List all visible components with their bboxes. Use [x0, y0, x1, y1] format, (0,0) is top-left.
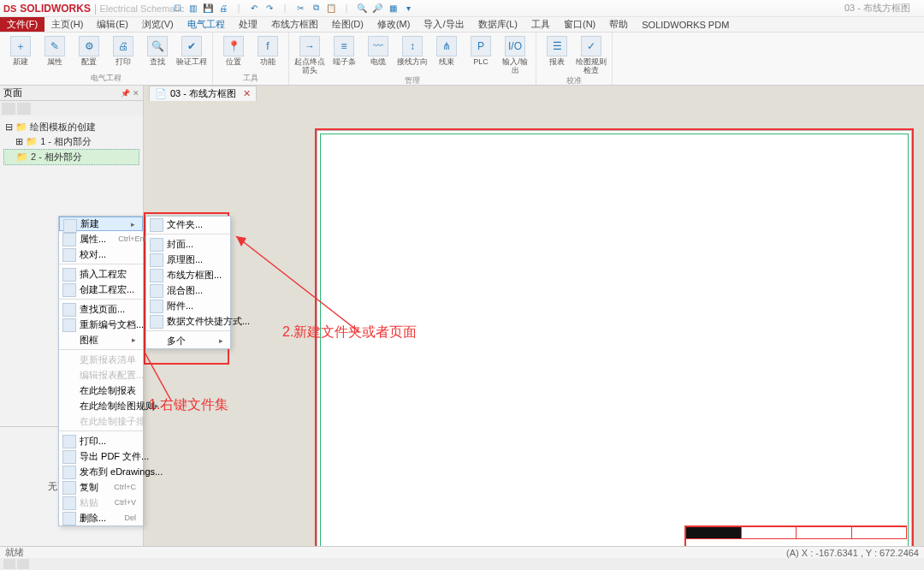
left-tab-2[interactable] [17, 103, 31, 115]
context-menu-item[interactable]: 删除...Del [59, 510, 143, 525]
ribbon-button-icon: ↕ [402, 36, 423, 56]
qat-more-icon[interactable]: ▾ [402, 2, 414, 14]
document-tree[interactable]: ⊟ 📁 绘图模板的创建 ⊞ 📁 1 - 相内部分 📁 2 - 相外部分 [0, 116, 143, 169]
menu-item[interactable]: 导入/导出 [417, 17, 471, 32]
pin-icon[interactable]: 📌 ✕ [121, 89, 139, 98]
menu-item[interactable]: 数据库(L) [471, 17, 524, 32]
context-menu-item[interactable]: 打印... [59, 433, 143, 448]
ribbon-button[interactable]: ✓绘图规则检查 [576, 34, 607, 75]
context-menu-item[interactable]: 创建工程宏... [59, 282, 143, 297]
context-menu-item[interactable]: 重新编号文档... [59, 317, 143, 332]
menu-item[interactable]: 布线方框图 [264, 17, 325, 32]
status-bar: 就绪 (A) X : -167.6341 , Y : 672.2464 [0, 546, 924, 558]
context-menu-item[interactable]: 复制Ctrl+C [59, 479, 143, 495]
qat-search-icon[interactable]: 🔍 [356, 2, 368, 14]
file-menu-button[interactable]: 文件(F) [0, 17, 44, 32]
ribbon-button[interactable]: 〰电缆 [363, 34, 394, 67]
menu-item[interactable]: 绘图(D) [325, 17, 370, 32]
document-tab[interactable]: 📄 03 - 布线方框图 ✕ [149, 86, 257, 101]
context-menu-item[interactable]: 发布到 eDrawings... [59, 464, 143, 479]
context-menu-item[interactable]: 布线方框图... [146, 267, 230, 282]
qat-undo-icon[interactable]: ↶ [248, 2, 260, 14]
ribbon-button[interactable]: 🔍查找 [142, 34, 173, 67]
qat-open-icon[interactable]: ▥ [187, 2, 198, 14]
ribbon-button[interactable]: 📍位置 [218, 34, 249, 67]
qat-redo-icon[interactable]: ↷ [264, 2, 275, 14]
context-menu-item[interactable]: 混合图... [146, 282, 230, 298]
context-menu-item[interactable]: 校对... [59, 246, 143, 262]
ribbon-button[interactable]: ✔验证工程 [176, 34, 207, 67]
qat-zoom-icon[interactable]: 🔎 [371, 2, 383, 14]
context-menu-item[interactable]: 查找页面... [59, 301, 143, 317]
menu-item[interactable]: 工具 [524, 17, 557, 32]
context-menu-item[interactable]: 原理图... [146, 252, 230, 267]
ds-logo-icon: DS [3, 3, 16, 14]
menu-item[interactable]: SOLIDWORKS PDM [635, 17, 736, 32]
ribbon-button[interactable]: ⚙配置 [74, 34, 104, 67]
qat-new-icon[interactable]: ☐ [171, 2, 183, 14]
context-menu-item[interactable]: 多个▸ [146, 333, 230, 348]
ribbon-button[interactable]: ☰报表 [542, 34, 572, 67]
left-tabstrip[interactable] [0, 101, 143, 116]
context-menu-item[interactable]: 附件... [146, 298, 230, 313]
bottom-tab-1[interactable] [3, 559, 15, 569]
ribbon-button[interactable]: f功能 [252, 34, 283, 67]
qat-sep: | [279, 2, 291, 14]
ribbon-button[interactable]: ≡端子条 [329, 34, 359, 67]
ribbon-button[interactable]: PPLC [465, 34, 496, 67]
menu-item[interactable]: 主页(H) [44, 17, 90, 32]
ribbon-button-icon: ☰ [547, 36, 567, 56]
context-menu-item[interactable]: 数据文件快捷方式... [146, 313, 230, 329]
context-menu-item[interactable]: 文件夹... [146, 217, 230, 232]
qat-copy-icon[interactable]: ⧉ [310, 2, 322, 14]
menu-bar: 文件(F) 主页(H)编辑(E)浏览(V)电气工程处理布线方框图绘图(D)修改(… [0, 17, 924, 33]
window-document-title: 03 - 布线方框图 [844, 2, 910, 15]
menu-item[interactable]: 修改(M) [370, 17, 418, 32]
ribbon-button[interactable]: I/O输入/输出 [500, 34, 530, 75]
ribbon-button[interactable]: ↕接线方向 [397, 34, 428, 67]
menu-item[interactable]: 编辑(E) [90, 17, 135, 32]
ribbon-button[interactable]: 🖨打印 [108, 34, 139, 67]
context-menu-item[interactable]: 封面... [146, 236, 230, 252]
context-menu-item[interactable]: 在此绘制绘图规则▸ [59, 398, 143, 413]
context-menu-new-submenu[interactable]: 文件夹...封面...原理图...布线方框图...混合图...附件...数据文件… [145, 216, 231, 349]
qat-save-icon[interactable]: 💾 [202, 2, 214, 14]
left-tab-1[interactable] [2, 103, 15, 115]
menu-item[interactable]: 浏览(V) [135, 17, 181, 32]
context-menu-main[interactable]: 新建▸属性...Ctrl+Enter校对...插入工程宏创建工程宏...查找页面… [58, 216, 144, 526]
drawing-sheet[interactable] [315, 128, 914, 570]
qat-cut-icon[interactable]: ✂ [294, 2, 306, 14]
ribbon-button[interactable]: ＋新建 [5, 34, 36, 67]
bottom-tabstrip[interactable] [0, 558, 924, 570]
menu-item[interactable]: 电气工程 [181, 17, 232, 32]
menu-item[interactable]: 处理 [232, 17, 264, 32]
qat-print-icon[interactable]: 🖨 [217, 2, 229, 14]
close-tab-icon[interactable]: ✕ [243, 88, 251, 99]
drawing-canvas[interactable]: 📄 03 - 布线方框图 ✕ [144, 86, 924, 546]
ribbon-button[interactable]: →起点终点箭头 [294, 34, 325, 75]
context-menu-item[interactable]: 插入工程宏 [59, 266, 143, 282]
ribbon-button-label: 配置 [81, 58, 97, 67]
ribbon-button-label: 打印 [116, 58, 131, 67]
menu-item[interactable]: 窗口(N) [557, 17, 602, 32]
menu-item[interactable]: 帮助 [602, 17, 635, 32]
ribbon-button-label: 功能 [260, 58, 275, 67]
ribbon-button[interactable]: ✎属性 [39, 34, 70, 67]
ribbon-button[interactable]: ⋔线束 [431, 34, 462, 67]
context-menu-item[interactable]: 在此绘制报表 [59, 383, 143, 398]
context-menu-item[interactable]: 新建▸ [59, 217, 143, 231]
context-menu-item[interactable]: 导出 PDF 文件... [59, 448, 143, 464]
ribbon-button-icon: ≡ [334, 36, 354, 56]
ribbon-button-icon: ✓ [581, 36, 601, 56]
context-menu-item[interactable]: 属性...Ctrl+Enter [59, 231, 143, 246]
tree-node-1[interactable]: ⊞ 📁 1 - 相内部分 [3, 134, 139, 149]
qat-paste-icon[interactable]: 📋 [325, 2, 337, 14]
tree-node-2-selected[interactable]: 📁 2 - 相外部分 [3, 149, 139, 165]
context-menu-item: 粘贴Ctrl+V [59, 495, 143, 510]
ribbon-group-label: 工具 [218, 73, 283, 85]
bottom-tab-2[interactable] [17, 559, 29, 569]
context-menu-item[interactable]: 图框▸ [59, 332, 143, 347]
qat-grid-icon[interactable]: ▦ [387, 2, 399, 14]
tree-root[interactable]: ⊟ 📁 绘图模板的创建 [3, 120, 139, 134]
ribbon-button-icon: → [299, 36, 320, 56]
